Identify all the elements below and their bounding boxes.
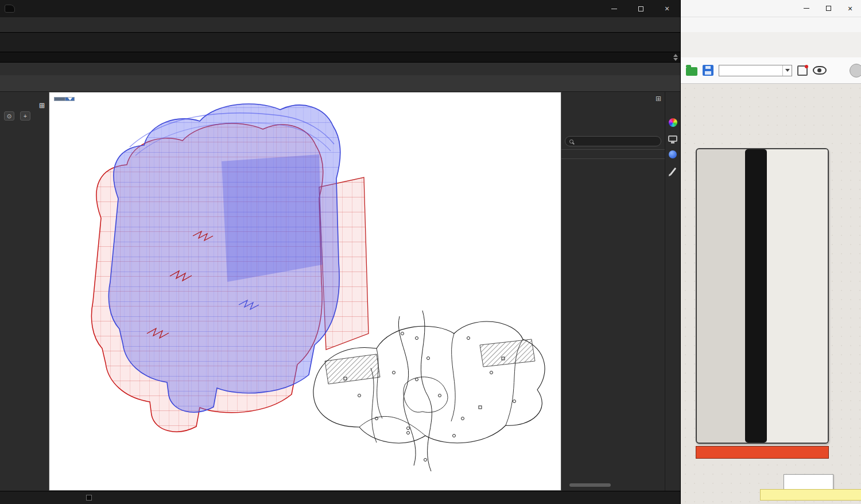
zoom-dropdown-chevron-icon[interactable] [782,65,792,76]
osnap-panel: ⊞ ⊙ + [0,101,49,123]
layer-search-input[interactable] [565,136,661,146]
minimize-button[interactable] [601,0,627,17]
layers-panel-header: ⊞ [561,92,665,106]
clipped-toolbar-icon[interactable] [850,64,861,77]
layer-color-swatch [86,495,92,501]
osnap-header: ⊞ [3,101,46,111]
maximize-button[interactable] [627,0,654,17]
layers-panel-content: ⊞ [561,92,665,491]
save-file-icon[interactable] [703,65,713,76]
osnap-cycle-icon[interactable]: ⊙ [4,111,14,121]
grasshopper-category-tabs [681,32,861,46]
zoom-combo[interactable] [719,65,792,76]
rhino-statusbar [0,491,680,504]
rhino-toolbar-icons [0,75,680,92]
layer-column-header[interactable] [561,149,665,159]
search-icon [569,139,573,144]
component-outputs [767,149,828,443]
panel-tab-strip [665,92,680,491]
viewport-title[interactable] [54,97,65,101]
layers-gear-icon[interactable]: ⊞ [656,95,661,102]
rhino-left-sidebar: ⊞ ⊙ + [0,92,49,491]
rhino-main-area: ⊞ ⊙ + [0,92,680,491]
layers-toolbar-row-2 [561,120,665,134]
minimize-icon [611,9,617,9]
scroll-down-icon [673,58,678,61]
preview-eye-icon[interactable] [813,66,827,75]
command-line[interactable] [0,52,680,63]
viewport-label-group[interactable] [54,97,75,101]
grasshopper-menubar [681,17,861,32]
component-inputs [697,149,745,443]
layers-toolbar-row-1 [561,106,665,120]
open-file-icon[interactable] [686,67,697,76]
display-monitor-tab-icon[interactable] [668,135,677,142]
floorplan-compiler-component[interactable] [696,148,829,444]
progress-bar [696,446,829,459]
rhino-window: × ⊞ [0,0,680,504]
grasshopper-canvas[interactable] [681,84,861,504]
rhino-window-controls: × [601,0,680,17]
grasshopper-window: × [680,0,861,504]
gh-maximize-button[interactable] [817,0,839,17]
display-color-tab-icon[interactable] [669,118,677,127]
minimize-icon [804,8,809,9]
command-scroll-spinner[interactable] [673,54,678,61]
layers-panel: ⊞ [561,92,680,491]
grasshopper-group-dropdowns [681,46,861,57]
scroll-up-icon [673,54,678,57]
screenshot-icon[interactable] [797,65,808,76]
perspective-viewport[interactable] [49,92,561,491]
gh-minimize-button[interactable] [796,0,817,17]
materials-tab-icon[interactable] [669,150,677,158]
rhino-logo-icon [5,5,15,13]
rhino-titlebar[interactable]: × [0,0,680,17]
osnap-cursor-icon[interactable]: + [20,111,30,121]
desktop: × ⊞ [0,0,861,504]
grasshopper-titlebar[interactable]: × [681,0,861,17]
notes-pen-tab-icon[interactable] [669,168,676,176]
component-title-bar[interactable] [745,149,767,443]
osnap-minibuttons: ⊙ + [3,111,46,123]
layer-list [561,159,665,491]
rhino-sidebar-tools [0,92,49,96]
layers-horizontal-scrollbar[interactable] [569,483,611,487]
close-button[interactable]: × [654,0,680,17]
grasshopper-toolbar [681,57,861,84]
maximize-icon [638,6,643,11]
grasshopper-window-controls: × [796,0,861,17]
maximize-icon [826,6,831,11]
command-history [0,32,680,52]
osnap-gear-icon[interactable]: ⊞ [39,102,45,109]
viewport-menu-chevron-icon[interactable] [65,97,75,101]
statusbar-current-layer[interactable] [78,495,95,501]
gh-close-button[interactable]: × [839,0,861,17]
rhino-menubar [0,17,680,32]
viewport-canvas[interactable] [49,92,561,490]
rhino-toolbar-tabs [0,63,680,75]
panel-snippet[interactable] [760,489,861,501]
